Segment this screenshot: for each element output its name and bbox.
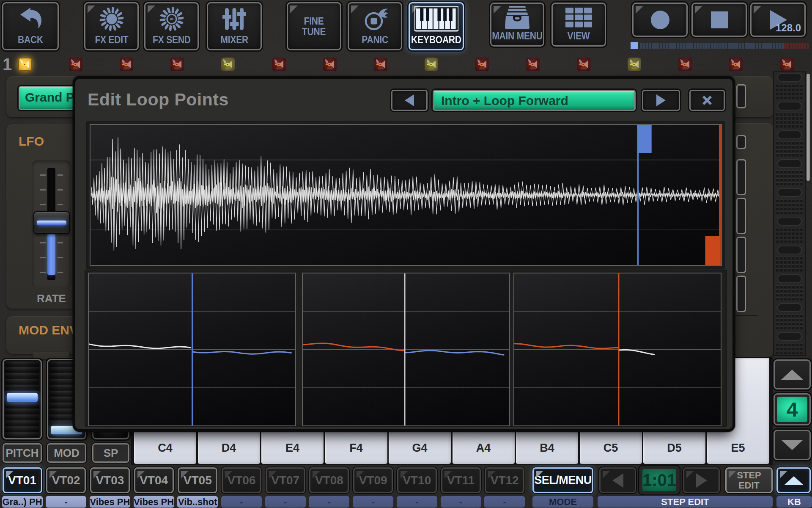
- step-cell: [782, 46, 784, 49]
- sel-menu-button[interactable]: SEL/MENU: [532, 467, 593, 493]
- track-button-VT10[interactable]: VT10: [397, 467, 437, 493]
- step-cell: [649, 43, 651, 46]
- preset-button[interactable]: Grand P: [19, 86, 79, 110]
- record-button[interactable]: [632, 3, 688, 37]
- fx-led-6-red[interactable]: [272, 58, 286, 71]
- octave-display[interactable]: 4: [774, 393, 811, 425]
- track-button-VT02[interactable]: VT02: [46, 467, 86, 493]
- position-display[interactable]: 1:01: [639, 466, 680, 494]
- play-button[interactable]: 128.0: [750, 3, 806, 37]
- track-button-VT07[interactable]: VT07: [266, 467, 305, 493]
- track-button-VT09[interactable]: VT09: [353, 467, 393, 493]
- dialog-close-button[interactable]: [689, 90, 725, 111]
- track-button-VT12[interactable]: VT12: [485, 467, 524, 493]
- loop-mode-next-button[interactable]: [642, 90, 680, 111]
- step-cell: [694, 43, 696, 46]
- fx-led-11-red[interactable]: [526, 58, 540, 71]
- octave-up-button[interactable]: [774, 359, 811, 389]
- fx-led-5-olive[interactable]: [221, 58, 235, 71]
- mixer-label: MIXER: [220, 34, 248, 45]
- step-cell: [784, 46, 786, 49]
- right-column-button[interactable]: [736, 135, 746, 149]
- fx-led-7-red[interactable]: [323, 58, 337, 71]
- keyboard-button[interactable]: KEYBOARD: [409, 2, 464, 50]
- key-label: C4: [134, 442, 196, 455]
- back-button[interactable]: BACK: [2, 2, 59, 50]
- fx-led-13-olive[interactable]: [628, 58, 641, 71]
- fx-led-15-red[interactable]: [729, 58, 743, 71]
- kb-button[interactable]: [776, 467, 811, 493]
- ribbon-scrollbar[interactable]: [807, 74, 810, 181]
- key-label: B4: [516, 442, 578, 455]
- panic-button[interactable]: PANIC: [348, 2, 402, 50]
- fine-tune-button[interactable]: FINE TUNE: [287, 2, 341, 50]
- fx-led-14-red[interactable]: [678, 58, 692, 71]
- track-button-VT01[interactable]: VT01: [3, 467, 42, 493]
- zoom-plot-2: [303, 273, 509, 425]
- waveform-panel[interactable]: [90, 124, 722, 266]
- corner-mark: [93, 471, 101, 478]
- right-column-button[interactable]: [736, 159, 746, 195]
- fx-led-9-olive[interactable]: [425, 58, 438, 71]
- step-cell: [804, 43, 806, 46]
- right-column-button[interactable]: [736, 84, 746, 108]
- mixer-button[interactable]: MIXER: [207, 2, 262, 50]
- slider-tick: [40, 204, 46, 205]
- scroll-ribbon[interactable]: [773, 71, 806, 356]
- loop-mode-prev-button[interactable]: [391, 90, 428, 111]
- track-button-VT04[interactable]: VT04: [134, 467, 174, 493]
- track-button-VT06[interactable]: VT06: [222, 467, 261, 493]
- corner-mark: [357, 471, 364, 478]
- step-cell: [793, 46, 795, 49]
- panic-icon: [349, 5, 401, 33]
- step-cell: [739, 43, 741, 46]
- fx-led-4-red[interactable]: [170, 58, 184, 71]
- loop-start-zoom-panel[interactable]: [88, 273, 296, 426]
- right-column-button[interactable]: [736, 237, 746, 273]
- fx-led-16-red[interactable]: [780, 58, 794, 71]
- fx-led-12-red[interactable]: [577, 58, 590, 71]
- step-next-button[interactable]: [683, 467, 720, 493]
- fx-led-2-red[interactable]: [69, 58, 82, 71]
- fx-send-button[interactable]: FX SEND: [144, 2, 199, 50]
- track-button-VT03[interactable]: VT03: [90, 467, 130, 493]
- step-cell: [776, 46, 778, 49]
- fx-edit-button[interactable]: FX EDIT: [84, 2, 139, 50]
- step-cell: [711, 43, 713, 46]
- fx-edit-icon: [85, 5, 137, 33]
- bpm-value: 128.0: [776, 22, 801, 34]
- mode-label-bar: MODE: [532, 496, 593, 508]
- step-cell: [643, 46, 645, 49]
- pitch-wheel[interactable]: [3, 359, 42, 439]
- step-cell: [640, 46, 642, 49]
- corner-mark: [181, 471, 189, 478]
- step-cell: [716, 46, 719, 49]
- step-edit-button[interactable]: STEP EDIT: [725, 467, 773, 493]
- fx-led-8-red[interactable]: [374, 58, 387, 71]
- step-cell: [691, 43, 693, 46]
- lfo-rate-label: RATE: [32, 292, 71, 305]
- step-cell: [708, 46, 710, 49]
- right-column-button[interactable]: [736, 198, 746, 234]
- waveform-plot: [91, 125, 721, 265]
- loop-mode-display[interactable]: Intro + Loop Forward: [433, 90, 636, 111]
- crossfade-zoom-panel[interactable]: [302, 273, 510, 426]
- right-column-button[interactable]: [736, 276, 746, 312]
- corner-mark: [780, 471, 787, 478]
- track-button-VT05[interactable]: VT05: [178, 467, 217, 493]
- loop-end-zoom-panel[interactable]: [513, 273, 721, 426]
- stop-button[interactable]: [691, 3, 747, 37]
- step-cursor: [631, 42, 638, 49]
- step-prev-button[interactable]: [599, 467, 636, 493]
- lfo-rate-slider-handle[interactable]: [33, 211, 70, 234]
- fx-led-10-red[interactable]: [475, 58, 489, 71]
- track-button-VT11[interactable]: VT11: [441, 467, 481, 493]
- view-button[interactable]: VIEW: [551, 3, 606, 47]
- main-menu-button[interactable]: MAIN MENU: [490, 3, 544, 47]
- track-button-VT08[interactable]: VT08: [309, 467, 349, 493]
- fx-led-3-red[interactable]: [120, 58, 133, 71]
- fx-led-1-gold[interactable]: [18, 58, 32, 71]
- step-cell: [804, 46, 806, 49]
- octave-down-button[interactable]: [774, 430, 811, 460]
- step-cell: [750, 46, 752, 49]
